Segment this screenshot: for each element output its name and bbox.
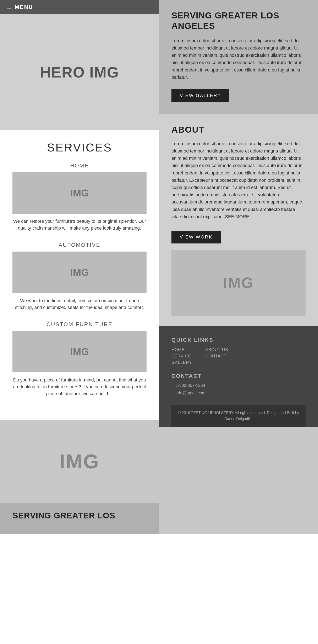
quick-links-title: QUICK LINKS — [172, 337, 305, 343]
menu-label[interactable]: MENU — [15, 4, 33, 10]
service-img-home-label: IMG — [70, 187, 89, 199]
footer-email[interactable]: info@gmail.com — [176, 389, 305, 396]
about-img-label: IMG — [223, 274, 254, 291]
nav-bar: ☰ MENU — [0, 0, 159, 14]
footer-section: QUICK LINKS HOME SERVICE GALLERY ABOUT U… — [159, 326, 318, 427]
footer-link-gallery[interactable]: GALLERY — [172, 360, 192, 365]
service-img-home: IMG — [13, 172, 146, 214]
service-category-custom-furniture: CUSTOM FURNITURE — [13, 321, 146, 328]
serving-top-right: SERVING GREATER LOS ANGELES Lorem ipsum … — [159, 0, 318, 114]
about-section: ABOUT Lorem ipsum dolor sit amet, consec… — [159, 114, 318, 326]
hamburger-icon[interactable]: ☰ — [6, 4, 12, 10]
serving-bottom-left: SERVING GREATER LOS — [0, 503, 159, 534]
bottom-hero-section: IMG — [0, 420, 159, 503]
service-img-custom-furniture-label: IMG — [70, 346, 89, 358]
serving-heading: SERVING GREATER LOS ANGELES — [172, 10, 305, 31]
service-category-automotive: AUTOMOTIVE — [13, 242, 146, 248]
hero-image-label: HERO IMG — [40, 64, 119, 81]
service-img-automotive-label: IMG — [70, 267, 89, 278]
footer-link-service[interactable]: SERVICE — [172, 354, 192, 358]
footer-link-about-us[interactable]: ABOUT US — [205, 347, 228, 352]
service-item-custom-furniture: CUSTOM FURNITURE IMG Do you have a piece… — [13, 321, 146, 397]
serving-bottom-title: SERVING GREATER LOS — [13, 511, 146, 520]
about-body: Lorem ipsum dolor sit amet, consectetur … — [172, 140, 305, 220]
serving-body: Lorem ipsum dolor sit amet, consectetur … — [172, 37, 305, 81]
service-desc-custom-furniture: Do you have a piece of furniture in mind… — [13, 376, 146, 397]
footer-link-contact[interactable]: CONTACT — [205, 354, 228, 358]
footer-contact-info: 1-800-357-1234 info@gmail.com — [176, 382, 305, 396]
view-work-button[interactable]: VIEW WORK — [172, 230, 221, 244]
service-category-home: HOME — [13, 162, 146, 169]
service-img-automotive: IMG — [13, 252, 146, 293]
about-img-placeholder: IMG — [172, 250, 305, 316]
bottom-img-label: IMG — [59, 450, 99, 473]
service-desc-automotive: We work to the finest detail, from color… — [13, 297, 146, 311]
view-gallery-button[interactable]: VIEW GALLERY — [172, 89, 229, 102]
footer-link-home[interactable]: HOME — [172, 347, 192, 352]
service-item-automotive: AUTOMOTIVE IMG We work to the finest det… — [13, 242, 146, 311]
about-title: ABOUT — [172, 125, 305, 135]
service-img-custom-furniture: IMG — [13, 331, 146, 372]
footer-copyright: © 2016 TESTING UPHOLSTERY. All rights re… — [172, 405, 305, 427]
services-section: SERVICES HOME IMG We can restore your fu… — [0, 130, 159, 420]
quick-links-col1: HOME SERVICE GALLERY — [172, 347, 192, 366]
service-desc-home: We can restore your furniture's beauty t… — [13, 218, 146, 232]
hero-section: HERO IMG — [0, 14, 159, 130]
service-item-home: HOME IMG We can restore your furniture's… — [13, 162, 146, 232]
footer-contact-title: CONTACT — [172, 373, 305, 379]
quick-links-col2: ABOUT US CONTACT — [205, 347, 228, 360]
services-title: SERVICES — [13, 141, 146, 154]
footer-phone[interactable]: 1-800-357-1234 — [176, 382, 305, 389]
